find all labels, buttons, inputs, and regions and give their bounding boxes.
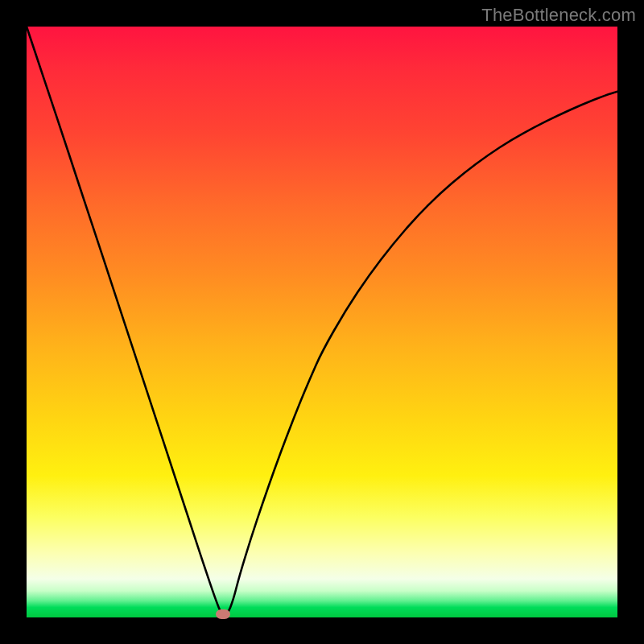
plot-area: [27, 27, 617, 617]
watermark-text: TheBottleneck.com: [481, 5, 636, 26]
chart-frame: TheBottleneck.com: [0, 0, 644, 644]
bottleneck-curve: [27, 27, 617, 614]
balance-marker: [216, 609, 230, 619]
curve-svg: [27, 27, 617, 617]
